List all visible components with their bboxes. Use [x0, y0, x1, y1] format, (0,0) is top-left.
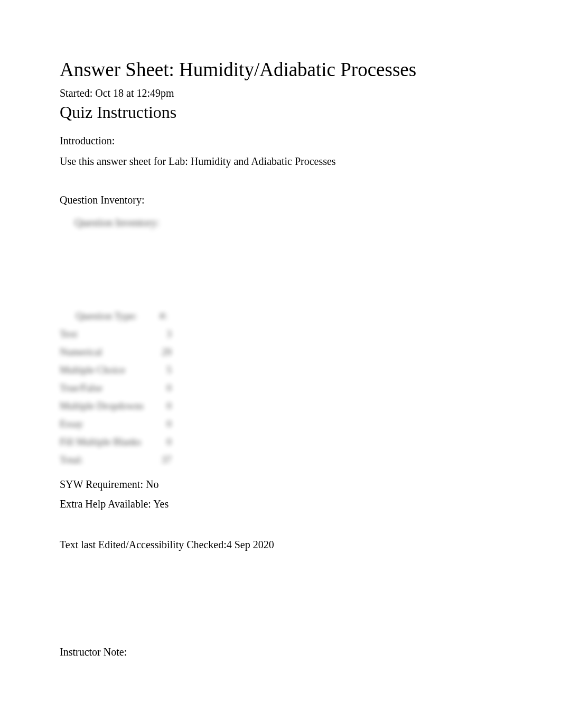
- cell-count: 5: [153, 361, 174, 379]
- instructions-heading: Quiz Instructions: [60, 103, 501, 122]
- cell-question-type: Multiple Choice: [60, 361, 153, 379]
- header-question-type: Question Type:: [60, 307, 153, 325]
- syw-requirement-line: SYW Requirement: No: [60, 478, 501, 491]
- instructor-note-label: Instructor Note:: [60, 646, 501, 658]
- extra-help-line: Extra Help Available: Yes: [60, 498, 501, 510]
- cell-question-type: Essay: [60, 415, 153, 433]
- introduction-text: Use this answer sheet for Lab: Humidity …: [60, 155, 501, 168]
- started-timestamp: Started: Oct 18 at 12:49pm: [60, 87, 501, 99]
- cell-count: 0: [153, 379, 174, 397]
- cell-question-type: Numerical: [60, 343, 153, 361]
- cell-count: 0: [153, 433, 174, 451]
- table-row: True/False 0: [60, 379, 174, 397]
- table-row: Multiple Dropdowns 0: [60, 397, 174, 415]
- last-edited-line: Text last Edited/Accessibility Checked:4…: [60, 539, 501, 551]
- cell-question-type: Fill Multiple Blanks: [60, 433, 153, 451]
- table-row: Numerical 29: [60, 343, 174, 361]
- introduction-label: Introduction:: [60, 135, 501, 147]
- table-header-row: Question Type: #:: [60, 307, 174, 325]
- table-row: Total: 37: [60, 451, 174, 469]
- cell-count: 0: [153, 397, 174, 415]
- cell-count: 3: [153, 325, 174, 343]
- cell-question-type: Total:: [60, 451, 153, 469]
- page-title: Answer Sheet: Humidity/Adiabatic Process…: [60, 58, 501, 81]
- header-count: #:: [153, 307, 174, 325]
- cell-count: 29: [153, 343, 174, 361]
- cell-question-type: Multiple Dropdowns: [60, 397, 153, 415]
- question-inventory-caption: Question Inventory:: [60, 217, 501, 229]
- cell-question-type: Text: [60, 325, 153, 343]
- cell-count: 0: [153, 415, 174, 433]
- question-inventory-table: Question Type: #: Text 3 Numerical 29 Mu…: [60, 307, 174, 469]
- table-row: Essay 0: [60, 415, 174, 433]
- cell-count: 37: [153, 451, 174, 469]
- cell-question-type: True/False: [60, 379, 153, 397]
- table-row: Multiple Choice 5: [60, 361, 174, 379]
- question-inventory-label: Question Inventory:: [60, 194, 501, 206]
- question-inventory-table-wrapper: Question Type: #: Text 3 Numerical 29 Mu…: [60, 307, 501, 469]
- table-row: Text 3: [60, 325, 174, 343]
- table-row: Fill Multiple Blanks 0: [60, 433, 174, 451]
